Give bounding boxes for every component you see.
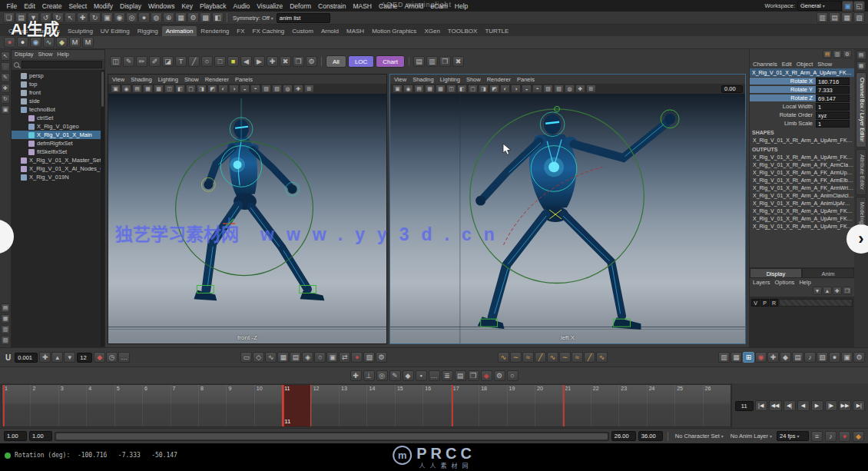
sidebar-vertical-tab[interactable]: Attribute Editor bbox=[856, 149, 866, 195]
filter-all-button[interactable]: All bbox=[326, 55, 346, 68]
retime-icon[interactable]: ⇄ bbox=[339, 352, 350, 363]
shaded-mode-icon[interactable]: ◐ bbox=[500, 85, 510, 93]
menubar-item[interactable]: Select bbox=[65, 2, 91, 10]
pan-zoom-icon[interactable]: ◫ bbox=[446, 85, 456, 93]
layer-color-strip[interactable] bbox=[779, 299, 853, 307]
timeline-frame[interactable]: 4 bbox=[86, 385, 114, 426]
shadows-icon[interactable]: ◓ bbox=[532, 85, 542, 93]
symmetry-selector[interactable]: Symmetry: Off▾ bbox=[230, 15, 276, 22]
usd-icon[interactable]: U bbox=[3, 353, 13, 362]
bp-next-frame-icon[interactable]: ▶ bbox=[253, 56, 265, 67]
quick-selection-field[interactable]: anim list bbox=[277, 13, 330, 23]
timeline-frame[interactable]: 17 bbox=[451, 385, 479, 426]
menubar-item[interactable]: Visualize bbox=[253, 2, 287, 10]
mute-icon[interactable]: ● bbox=[829, 352, 840, 363]
shelf-tab[interactable]: Sculpting bbox=[64, 26, 97, 36]
cached-playback-icon[interactable]: ▧ bbox=[817, 352, 828, 363]
time-editor-icon[interactable]: ◈ bbox=[302, 352, 313, 363]
keyframe-display-icon[interactable]: ◉ bbox=[755, 352, 767, 363]
play-forwards-button[interactable]: ▶ bbox=[811, 400, 823, 411]
exposure-field[interactable]: 0.00 bbox=[721, 85, 743, 93]
step-forward-key-button[interactable]: ▶▶ bbox=[839, 400, 852, 411]
search-icon[interactable]: ○ bbox=[507, 370, 518, 381]
channel-box-toggle-icon[interactable]: ▤ bbox=[829, 12, 840, 23]
camera-attributes-icon[interactable]: ▤ bbox=[132, 85, 142, 93]
audio-icon[interactable]: ♪ bbox=[825, 431, 837, 442]
outliner-search-input[interactable] bbox=[22, 61, 102, 68]
layout-two-pane-icon[interactable]: ▥ bbox=[1, 325, 10, 334]
output-node-row[interactable]: X_Rig_V_01_X_Rt_Arm_A_AnimClavicle_0... bbox=[750, 192, 854, 200]
shaded-mode-icon[interactable]: ◐ bbox=[218, 85, 228, 93]
outliner-item[interactable]: defmRigfixSet bbox=[12, 139, 104, 148]
shelf-tab[interactable]: UV Editing bbox=[97, 26, 134, 36]
rotate-tool-icon[interactable]: ↻ bbox=[1, 95, 10, 104]
textured-mode-icon[interactable]: ◑ bbox=[229, 85, 239, 93]
menubar-item[interactable]: Modify bbox=[91, 2, 117, 10]
step-back-key-button[interactable]: ◀◀ bbox=[769, 400, 782, 411]
dope-sheet-icon[interactable]: ▦ bbox=[277, 352, 289, 363]
annotate-icon[interactable]: ✎ bbox=[389, 370, 401, 381]
animation-end-field[interactable]: 36.00 bbox=[638, 431, 663, 441]
image-plane-icon[interactable]: ▩ bbox=[154, 85, 164, 93]
playblast-icon[interactable]: ▭ bbox=[240, 352, 252, 363]
move-layer-down-icon[interactable]: ▼ bbox=[813, 287, 822, 295]
align-tool-icon[interactable]: ✚ bbox=[350, 370, 362, 381]
shelf-tab[interactable]: FX bbox=[233, 26, 248, 36]
layer-row[interactable]: V P R bbox=[751, 298, 853, 307]
ambient-occlusion-icon[interactable]: ▨ bbox=[261, 85, 271, 93]
timeline-frame[interactable]: 21 bbox=[562, 385, 590, 426]
viewport-menu-item[interactable]: Panels bbox=[517, 76, 535, 83]
ghosting-icon[interactable]: ◇ bbox=[253, 352, 264, 363]
snap-projected-icon[interactable]: ◍ bbox=[151, 12, 162, 23]
timeline-frame[interactable]: 11 11 bbox=[282, 385, 310, 426]
attribute-editor-toggle-icon[interactable]: ▦ bbox=[841, 12, 853, 23]
lighting-mode-icon[interactable]: ◒ bbox=[522, 85, 532, 93]
render-current-frame-icon[interactable]: ▩ bbox=[200, 12, 211, 23]
textured-mode-icon[interactable]: ◑ bbox=[511, 85, 521, 93]
bp-import-icon[interactable]: ▤ bbox=[413, 56, 425, 67]
resolution-gate-icon[interactable]: ▢ bbox=[468, 85, 478, 93]
viewport-menu-item[interactable]: Lighting bbox=[440, 76, 460, 83]
menubar-item[interactable]: File bbox=[3, 2, 21, 10]
snap-point-icon[interactable]: ● bbox=[138, 12, 150, 23]
outliner-menu-item[interactable]: Help bbox=[57, 51, 68, 58]
menubar-item[interactable]: Display bbox=[117, 2, 145, 10]
menubar-item[interactable]: MASH bbox=[350, 2, 376, 10]
time-field[interactable]: 0.001 bbox=[15, 353, 38, 363]
frame-step-field[interactable]: 12 bbox=[77, 353, 92, 363]
image-plane-icon[interactable]: ▩ bbox=[436, 85, 446, 93]
bp-rect-icon[interactable]: □ bbox=[214, 56, 226, 67]
outliner-item[interactable]: X_Rig_V_01geo bbox=[12, 122, 104, 131]
shape-node-row[interactable]: X_Rig_V_01_X_Rt_Arm_A_UpArm_FK_CtrlSh... bbox=[750, 137, 854, 144]
output-node-row[interactable]: X_Rig_V_01_X_Rt_Arm_A_UpArm_FK_Ctrl... bbox=[750, 223, 854, 231]
shelf-tab[interactable]: XGen bbox=[420, 26, 443, 36]
shelf-tab[interactable]: Rigging bbox=[134, 26, 162, 36]
grid-toggle-icon[interactable]: ◨ bbox=[197, 85, 207, 93]
viewport-menu-item[interactable]: Show bbox=[466, 76, 481, 83]
strip-modeling-toolkit-icon[interactable]: ▦ bbox=[856, 61, 866, 71]
bookmark-icon[interactable]: ▦ bbox=[425, 85, 435, 93]
channel-value-field[interactable]: 1 bbox=[816, 120, 850, 128]
channel-box-menu-item[interactable]: Show bbox=[817, 61, 832, 68]
flat-tangent-icon[interactable]: ≈ bbox=[522, 352, 534, 363]
animation-start-field[interactable]: 1.00 bbox=[4, 431, 27, 441]
breakdown-key-icon[interactable]: ◆ bbox=[780, 352, 791, 363]
outliner-item[interactable]: X_Rig_V_01_X_Master_Set bbox=[12, 156, 104, 164]
bookmark-icon[interactable]: ▦ bbox=[143, 85, 153, 93]
outliner-menu-item[interactable]: Show bbox=[38, 51, 53, 58]
viewport-menu-item[interactable]: Show bbox=[184, 76, 199, 83]
viewport-menu-item[interactable]: View bbox=[112, 76, 124, 83]
output-node-row[interactable]: X_Rig_V_01_X_Rt_Arm_A_UpArm_FK_Ctrl_Vis.… bbox=[750, 154, 854, 161]
viewport-side[interactable]: ViewShadingLightingShowRendererPanels ▣◉… bbox=[389, 74, 746, 344]
menubar-item[interactable]: Key bbox=[178, 2, 197, 10]
set-key-icon[interactable]: ◆ bbox=[94, 352, 105, 363]
outliner-item[interactable]: X_Rig_V_01_X_Main bbox=[12, 131, 104, 139]
bp-snapshot-icon[interactable]: ❐ bbox=[439, 56, 451, 67]
outliner-menu-item[interactable]: Display bbox=[15, 51, 34, 58]
anim-layer-icon[interactable]: ▥ bbox=[718, 352, 730, 363]
new-empty-layer-icon[interactable]: ✚ bbox=[833, 287, 842, 295]
frame-snap-icon[interactable]: ⊞ bbox=[743, 352, 754, 363]
record-icon[interactable]: ● bbox=[351, 352, 363, 363]
exposure-icon[interactable]: ⊞ bbox=[586, 85, 596, 93]
bp-prev-frame-icon[interactable]: ◀ bbox=[240, 56, 252, 67]
